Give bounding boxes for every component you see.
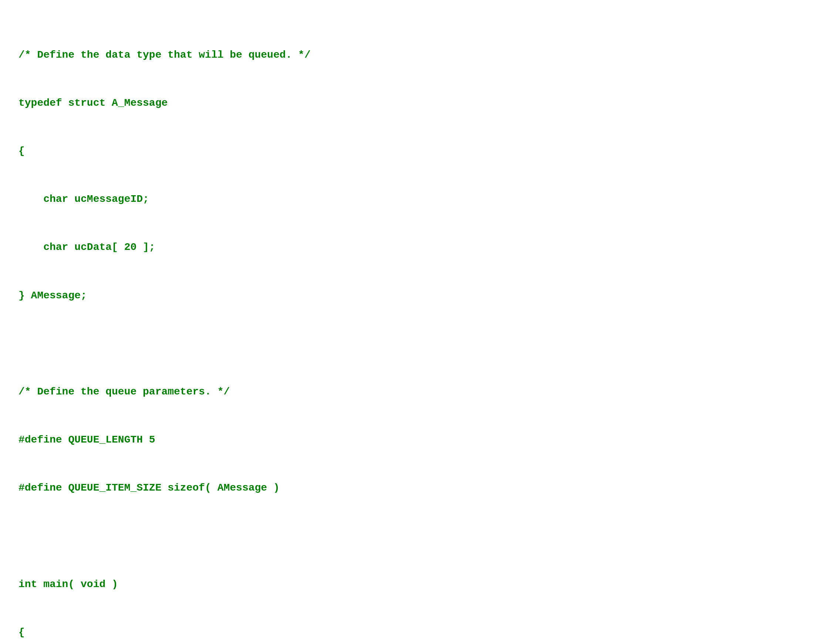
line-8: /* Define the queue parameters. */: [19, 384, 811, 400]
code-block: /* Define the data type that will be que…: [19, 15, 811, 644]
line-11: [19, 528, 811, 544]
line-10: #define QUEUE_ITEM_SIZE sizeof( AMessage…: [19, 480, 811, 496]
line-2: typedef struct A_Message: [19, 95, 811, 111]
line-3: {: [19, 143, 811, 159]
line-4: char ucMessageID;: [19, 191, 811, 207]
code-display: /* Define the data type that will be que…: [19, 15, 811, 644]
line-12: int main( void ): [19, 576, 811, 592]
line-1: /* Define the data type that will be que…: [19, 47, 811, 63]
line-6: } AMessage;: [19, 288, 811, 304]
line-9: #define QUEUE_LENGTH 5: [19, 432, 811, 448]
line-5: char ucData[ 20 ];: [19, 239, 811, 255]
line-7: [19, 336, 811, 351]
line-13: {: [19, 624, 811, 640]
